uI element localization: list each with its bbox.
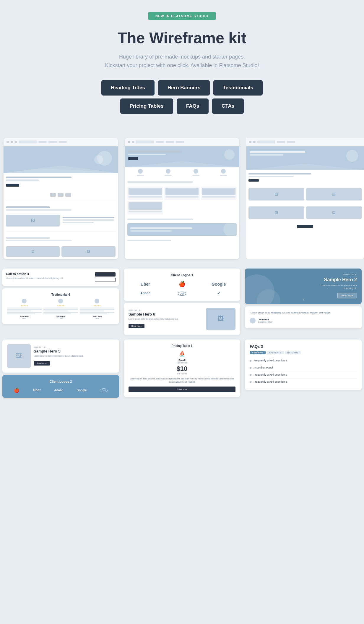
new-badge: NEW IN FLATSOME STUDIO <box>148 12 216 20</box>
faq-text-2: Accordion Panel <box>254 366 273 369</box>
logo2-apple: 🍎 <box>14 387 20 393</box>
testimonial4-title: Testimonial 4 <box>7 293 114 296</box>
hero6-subtitle: SUBTITLE <box>129 309 203 311</box>
faq-chevron-3: ∨ <box>250 373 252 376</box>
faq-item-2[interactable]: ∨ Accordion Panel <box>250 364 357 371</box>
hero6-title: Sample Hero 6 <box>129 312 203 316</box>
pricing-features: Lorem ipsum dolor sit amet, consectetur … <box>129 377 236 384</box>
hero2-chevron: ∨ <box>302 298 304 301</box>
logo2-adobe: Adobe <box>54 389 63 392</box>
svg-marker-2 <box>125 161 239 167</box>
col-left-stack: Call to action 4 Lorem ipsum dolor sit a… <box>0 266 121 326</box>
faq-tabs: SHIPPING PAYMENTS RETURNS <box>250 351 357 354</box>
subtitle: Huge library of pre-made mockups and sta… <box>93 53 271 70</box>
quote-person: John Holt Designer / Uber <box>250 318 357 324</box>
header-section: NEW IN FLATSOME STUDIO The Wireframe kit… <box>0 0 364 135</box>
faq-item-3[interactable]: ∨ Frequently asked question 2 <box>250 371 357 379</box>
btn-pricing-tables[interactable]: Pricing Tables <box>120 98 173 114</box>
quote-avatar <box>250 318 256 324</box>
logo2-uber: Uber <box>33 388 41 392</box>
pricing-icon: ⛵ <box>129 350 236 357</box>
hero5-image: 🖼 <box>7 344 31 368</box>
cta4-btn2[interactable] <box>95 278 116 282</box>
pricing-price: $10 <box>129 365 236 373</box>
logo-adobe: Adobe <box>129 291 162 295</box>
logo-dell: Dell <box>165 290 199 296</box>
cta4-btn1[interactable] <box>95 272 116 277</box>
faq-tab-shipping[interactable]: SHIPPING <box>250 351 265 354</box>
testimonial-quote-text: "Lorem ipsum dolor adipiscing elit, sed … <box>250 311 357 315</box>
hero2-title: Sample Hero 2 <box>324 277 357 282</box>
logo-google: Google <box>202 282 235 287</box>
col-left-r2: 🖼 SUBTITLE Sample Hero 5 Lorem ipsum dol… <box>0 337 121 400</box>
cta4-subtitle: Lorem ipsum dolor sit amet, consectetur … <box>6 277 95 279</box>
hero5-btn[interactable]: Read more <box>34 361 50 366</box>
btn-faqs[interactable]: FAQs <box>177 98 209 114</box>
col-middle-stack: Client Logos 1 Uber 🍎 Google Adobe Dell … <box>121 266 243 337</box>
logo-apple: 🍎 <box>165 281 199 287</box>
logo2-google: Google <box>77 389 87 392</box>
btn-hero-banners[interactable]: Hero Banners <box>158 80 210 96</box>
cta4-title: Call to action 4 <box>6 272 95 276</box>
faq-item-1[interactable]: ∨ Frequently asked question 1 <box>250 357 357 364</box>
hero5-title: Sample Hero 5 <box>34 349 114 353</box>
testimonial-item: ★★★★★ John Holt Uber <box>7 299 42 319</box>
faq-tab-returns[interactable]: RETURNS <box>285 351 301 354</box>
btn-testimonials[interactable]: Testimonials <box>213 80 263 96</box>
mockup-2 <box>125 138 239 259</box>
hero2-subtitle: SUBTITLE <box>343 273 357 276</box>
bottom-section: Call to action 4 Lorem ipsum dolor sit a… <box>0 266 364 406</box>
pricing-period: Per month <box>129 373 236 375</box>
hero6-desc: Lorem ipsum dolor sit amet consectetur a… <box>129 318 203 321</box>
col-right-stack: SUBTITLE Sample Hero 2 Lorem ipsum dolor… <box>243 266 364 331</box>
logo2-dell: Dell <box>100 388 108 392</box>
svg-marker-3 <box>246 164 364 170</box>
quote-name: John Holt <box>258 318 272 321</box>
col-middle-r2: Pricing Table 1 ⛵ Small For starters $10… <box>121 337 243 399</box>
faq-text-3: Frequently asked question 2 <box>254 373 287 376</box>
logo-uber: Uber <box>129 282 162 287</box>
faq-chevron-1: ∨ <box>250 359 252 362</box>
logo-nike: ✓ <box>202 290 235 296</box>
main-title: The Wireframe kit <box>6 29 358 47</box>
hero5-subtitle: SUBTITLE <box>34 346 114 348</box>
faq-chevron-4: ∨ <box>250 380 252 384</box>
testimonial-item: ★★★★★ John Holt Uber <box>80 299 114 319</box>
quote-role: Designer / Uber <box>258 321 272 323</box>
hero2-desc: Lorem ipsum dolor sit amet consectetur a… <box>316 284 357 290</box>
faq-text-4: Frequently asked question 3 <box>254 380 287 383</box>
client-logos1-title: Client Logos 1 <box>129 273 236 277</box>
btn-ctas[interactable]: CTAs <box>212 98 244 114</box>
col-right-r2: FAQs 3 SHIPPING PAYMENTS RETURNS ∨ Frequ… <box>243 337 364 392</box>
nav-btn-row1: Heading Titles Hero Banners Testimonials <box>6 80 358 96</box>
nav-btn-row2: Pricing Tables FAQs CTAs <box>6 98 358 114</box>
testimonial-item: ★★★★★ John Holt Uber <box>43 299 78 319</box>
hero2-btn[interactable]: Read more <box>337 293 357 298</box>
faqs3-title: FAQs 3 <box>250 344 357 349</box>
btn-heading-titles[interactable]: Heading Titles <box>101 80 155 96</box>
pricing-start-btn[interactable]: Start now <box>129 387 236 392</box>
mockup-1: 🖼 🖼 🖼 <box>4 138 118 259</box>
faq-tab-payments[interactable]: PAYMENTS <box>267 351 284 354</box>
faq-chevron-2: ∨ <box>250 366 252 369</box>
client-logos2-title: Client Logos 2 <box>7 380 114 383</box>
top-mockup-grid: 🖼 🖼 🖼 <box>0 135 364 266</box>
hero5-desc: Lorem ipsum dolor sit amet consectetur a… <box>34 355 114 358</box>
hero6-image: 🖼 <box>206 308 235 330</box>
faq-item-4[interactable]: ∨ Frequently asked question 3 <box>250 379 357 385</box>
faq-text-1: Frequently asked question 1 <box>254 359 287 362</box>
pricing-tier: Small <box>129 359 236 362</box>
pricing-desc: For starters <box>129 362 236 364</box>
mockup-3: 🖼 🖼 🖼 🖼 <box>246 138 364 259</box>
pricing-table1-title: Pricing Table 1 <box>129 344 236 347</box>
hero6-btn[interactable]: Read more <box>129 324 145 328</box>
